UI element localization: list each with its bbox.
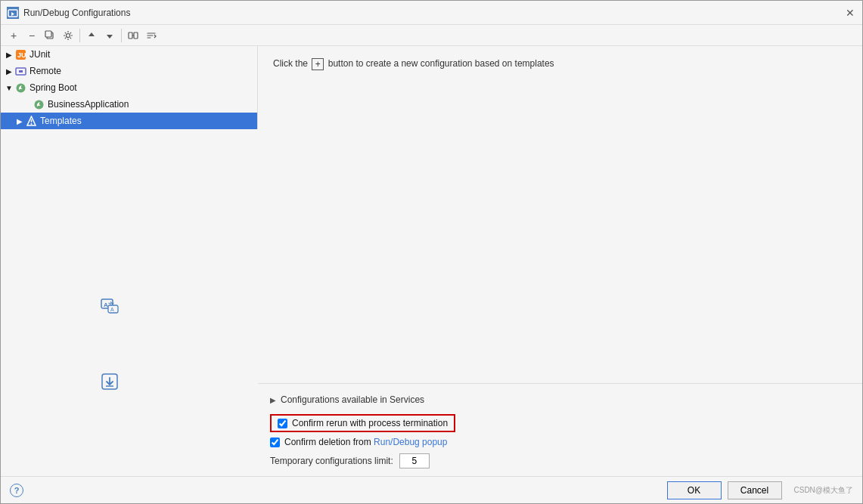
svg-text:JU: JU (17, 51, 26, 59)
window-icon (7, 7, 19, 19)
tree-label-business-app: BusinessApplication (48, 99, 254, 110)
move-up-button[interactable] (83, 27, 100, 44)
checkbox1-container: Confirm rerun with process termination (270, 414, 850, 432)
confirm-deletion-link: Run/Debug popup (374, 437, 447, 447)
tree-label-templates: Templates (40, 116, 254, 126)
tree-arrow-junit: ▶ (4, 51, 14, 59)
hint-plus-icon: + (312, 58, 324, 70)
tree-label-remote: Remote (29, 66, 254, 76)
tree-item-junit[interactable]: ▶ JU JUnit (1, 46, 257, 63)
spring-boot-icon (14, 82, 26, 94)
footer-right: OK Cancel CSDN@模大鱼了 (667, 481, 854, 499)
main-content-area: Click the + button to create a new confi… (258, 46, 862, 383)
footer: ? OK Cancel CSDN@模大鱼了 (1, 476, 862, 503)
svg-point-15 (30, 123, 32, 125)
toolbar-sep-1 (79, 29, 80, 42)
sidebar-tree: ▶ JU JUnit ▶ (1, 46, 258, 129)
svg-rect-10 (19, 70, 23, 73)
copy-config-button[interactable] (42, 27, 58, 44)
move-down-button[interactable] (101, 27, 118, 44)
tree-item-business-app[interactable]: BusinessApplication (1, 96, 257, 113)
limit-input[interactable] (399, 453, 430, 468)
tree-label-spring-boot: Spring Boot (29, 82, 254, 93)
close-button[interactable]: ✕ (844, 7, 856, 19)
hint-area: Click the + button to create a new confi… (273, 58, 847, 70)
toolbar: + − (1, 25, 862, 46)
business-app-icon (33, 98, 45, 110)
tree-label-junit: JUnit (29, 49, 254, 60)
tree-arrow-remote: ▶ (4, 67, 14, 76)
confirm-deletion-label[interactable]: Confirm deletion from Run/Debug popup (284, 437, 447, 447)
junit-icon: JU (14, 48, 26, 60)
content-area: ▶ JU JUnit ▶ (1, 46, 862, 476)
settings-button[interactable] (60, 27, 76, 44)
tree-arrow-templates: ▶ (14, 117, 25, 125)
tree-item-templates[interactable]: ▶ Templates (1, 113, 257, 129)
title-bar: Run/Debug Configurations ✕ (1, 1, 862, 25)
confirm-deletion-checkbox[interactable] (270, 438, 280, 447)
svg-text:A: A (110, 307, 114, 312)
sidebar-float-area: A文 A (99, 295, 120, 392)
svg-rect-6 (134, 32, 138, 39)
cancel-button[interactable]: Cancel (728, 481, 782, 499)
checkbox2-row: Confirm deletion from Run/Debug popup (270, 435, 850, 449)
window-title: Run/Debug Configurations (23, 8, 130, 18)
main-spacer (273, 82, 847, 371)
confirm-deletion-prefix: Confirm deletion from (284, 437, 374, 447)
hint-suffix: button to create a new configuration bas… (328, 58, 554, 69)
ok-button[interactable]: OK (667, 481, 722, 499)
help-button[interactable]: ? (10, 484, 23, 497)
footer-left: ? (10, 484, 23, 497)
svg-rect-3 (45, 31, 51, 37)
main-panel: Click the + button to create a new confi… (258, 46, 862, 476)
bottom-section: ▶ Configurations available in Services C… (258, 383, 862, 476)
toolbar-sep-2 (121, 29, 122, 42)
templates-icon (25, 115, 37, 127)
remote-icon (14, 65, 26, 77)
title-bar-left: Run/Debug Configurations (7, 7, 130, 19)
services-label: Configurations available in Services (281, 394, 424, 405)
hint-prefix: Click the (273, 58, 308, 69)
translate-icon[interactable]: A文 A (99, 295, 120, 317)
run-debug-configurations-dialog: Run/Debug Configurations ✕ + − (0, 0, 863, 504)
confirm-rerun-label[interactable]: Confirm rerun with process termination (292, 418, 448, 428)
svg-rect-5 (129, 32, 132, 39)
add-config-button[interactable]: + (5, 27, 22, 44)
services-row[interactable]: ▶ Configurations available in Services (270, 391, 850, 408)
sort-button[interactable] (143, 27, 160, 44)
limit-label: Temporary configurations limit: (270, 456, 393, 466)
limit-row: Temporary configurations limit: (270, 453, 850, 468)
tree-item-remote[interactable]: ▶ Remote (1, 63, 257, 79)
confirm-rerun-checkbox[interactable] (278, 419, 287, 428)
download-icon[interactable] (99, 371, 120, 392)
sidebar-wrapper: ▶ JU JUnit ▶ (1, 46, 258, 476)
tree-item-spring-boot[interactable]: ▼ Spring Boot (1, 79, 257, 96)
svg-point-4 (67, 33, 70, 37)
move-to-group-button[interactable] (125, 27, 141, 44)
checkbox1-highlight-box: Confirm rerun with process termination (270, 414, 455, 432)
remove-config-button[interactable]: − (23, 27, 40, 44)
watermark: CSDN@模大鱼了 (794, 485, 854, 496)
services-arrow-icon: ▶ (270, 396, 276, 404)
tree-arrow-spring: ▼ (4, 84, 14, 92)
svg-marker-1 (11, 12, 14, 16)
